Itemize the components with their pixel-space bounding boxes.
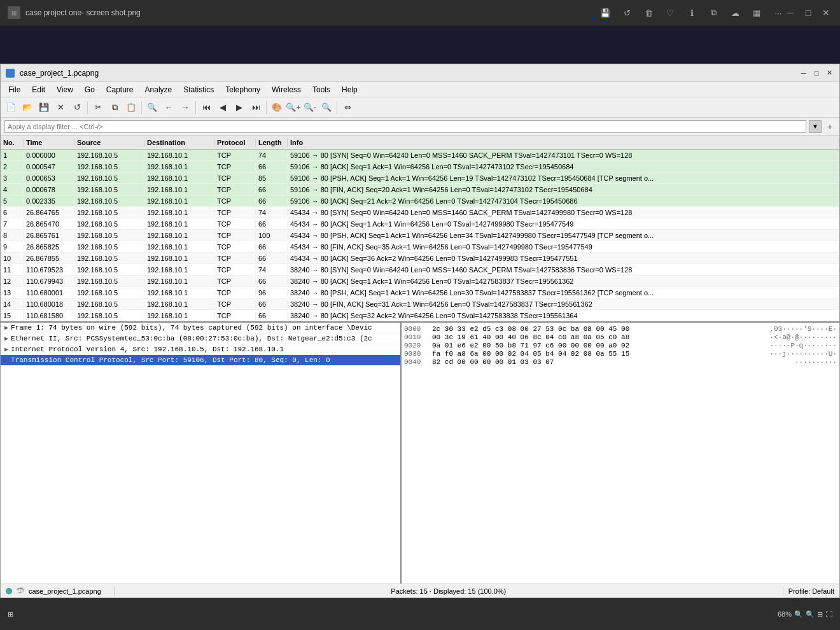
menu-view[interactable]: View xyxy=(52,84,78,95)
os-tool-delete[interactable]: 🗑 xyxy=(643,7,654,18)
ws-close-btn[interactable]: ✕ xyxy=(824,68,834,78)
os-tool-cloud[interactable]: ☁ xyxy=(729,7,741,18)
menu-edit[interactable]: Edit xyxy=(27,84,50,95)
table-row[interactable]: 11 110.679523 192.168.10.5 192.168.10.1 … xyxy=(1,264,839,276)
table-row[interactable]: 2 0.000547 192.168.10.5 192.168.10.1 TCP… xyxy=(1,161,839,172)
detail-row[interactable]: ▶ Transmission Control Protocol, Src Por… xyxy=(1,355,400,366)
menu-go[interactable]: Go xyxy=(80,84,100,95)
table-row[interactable]: 6 26.864765 192.168.10.5 192.168.10.1 TC… xyxy=(1,207,839,218)
table-row[interactable]: 14 110.680018 192.168.10.5 192.168.10.1 … xyxy=(1,298,839,310)
os-app-icon: ⊞ xyxy=(8,6,20,19)
status-shark-icon: 🦈 xyxy=(16,587,25,595)
os-maximize-btn[interactable]: □ xyxy=(802,6,815,19)
cell-protocol: TCP xyxy=(214,266,256,274)
toolbar-new-capture[interactable]: 📄 xyxy=(3,100,18,115)
desktop xyxy=(0,25,840,64)
status-sep1 xyxy=(114,587,115,596)
filter-add-btn[interactable]: + xyxy=(824,121,836,132)
hex-bytes: 00 3c 19 61 40 00 40 06 8c 04 c0 a8 0a 0… xyxy=(432,333,764,341)
view-icon[interactable]: ⊞ xyxy=(817,610,823,619)
os-tool-more[interactable]: ··· xyxy=(773,7,784,18)
filter-dropdown-btn[interactable]: ▼ xyxy=(809,120,822,133)
os-tool-copy[interactable]: ⧉ xyxy=(708,7,719,18)
toolbar-forward[interactable]: → xyxy=(178,100,193,115)
expand-icon[interactable]: ⛶ xyxy=(825,610,832,618)
toolbar-colorize[interactable]: 🎨 xyxy=(269,100,284,115)
table-row[interactable]: 10 26.867855 192.168.10.5 192.168.10.1 T… xyxy=(1,253,839,264)
toolbar-zoom-reset[interactable]: 🔍 xyxy=(319,100,334,115)
table-row[interactable]: 3 0.000653 192.168.10.5 192.168.10.1 TCP… xyxy=(1,172,839,184)
cell-protocol: TCP xyxy=(214,312,256,319)
os-tool-refresh[interactable]: ↺ xyxy=(621,7,633,18)
toolbar-close[interactable]: ✕ xyxy=(53,100,68,115)
toolbar-reload[interactable]: ↺ xyxy=(69,100,85,115)
toolbar-go-last[interactable]: ⏭ xyxy=(248,100,263,115)
os-bottom-bar: ⊞ 68% 🔍 🔍 ⊞ ⛶ xyxy=(0,598,840,630)
toolbar-zoom-out[interactable]: 🔍- xyxy=(302,100,318,115)
toolbar-sep2 xyxy=(141,101,142,114)
table-row[interactable]: 13 110.680001 192.168.10.5 192.168.10.1 … xyxy=(1,287,839,298)
table-row[interactable]: 12 110.679943 192.168.10.5 192.168.10.1 … xyxy=(1,276,839,287)
toolbar-back[interactable]: ← xyxy=(161,100,176,115)
menu-capture[interactable]: Capture xyxy=(101,84,139,95)
toolbar-resize-columns[interactable]: ⇔ xyxy=(340,100,355,115)
toolbar-find[interactable]: 🔍 xyxy=(144,100,160,115)
toolbar-open[interactable]: 📂 xyxy=(20,100,35,115)
status-sep2 xyxy=(783,587,783,596)
cell-protocol: TCP xyxy=(214,151,256,159)
ws-maximize-btn[interactable]: □ xyxy=(811,68,822,78)
menu-analyze[interactable]: Analyze xyxy=(140,84,178,95)
menu-statistics[interactable]: Statistics xyxy=(178,84,219,95)
zoom-in-icon[interactable]: 🔍 xyxy=(806,610,815,619)
toolbar-save[interactable]: 💾 xyxy=(36,100,52,115)
cell-protocol: TCP xyxy=(214,186,256,193)
cell-info: 59106 → 80 [ACK] Seq=1 Ack=1 Win=64256 L… xyxy=(288,163,839,171)
menu-telephony[interactable]: Telephony xyxy=(220,84,265,95)
os-tool-grid[interactable]: ▦ xyxy=(751,7,762,18)
menu-file[interactable]: File xyxy=(3,84,25,95)
detail-row[interactable]: ▶ Ethernet II, Src: PCSSystemtec_53:0c:b… xyxy=(1,333,400,344)
packet-detail-pane[interactable]: ▶ Frame 1: 74 bytes on wire (592 bits), … xyxy=(1,323,402,584)
os-zoom-controls: 68% 🔍 🔍 ⊞ ⛶ xyxy=(778,610,832,619)
toolbar-go-next[interactable]: ▶ xyxy=(232,100,247,115)
cell-time: 26.865470 xyxy=(24,220,74,228)
table-row[interactable]: 4 0.000678 192.168.10.5 192.168.10.1 TCP… xyxy=(1,184,839,195)
cell-length: 100 xyxy=(256,232,288,239)
os-close-btn[interactable]: ✕ xyxy=(820,6,832,19)
menu-help[interactable]: Help xyxy=(337,84,363,95)
table-row[interactable]: 8 26.865761 192.168.10.5 192.168.10.1 TC… xyxy=(1,230,839,241)
zoom-out-icon[interactable]: 🔍 xyxy=(794,610,803,619)
cell-info: 38240 → 80 [SYN] Seq=0 Win=64240 Len=0 M… xyxy=(288,266,839,274)
os-tool-info[interactable]: ℹ xyxy=(686,7,697,18)
cell-source: 192.168.10.5 xyxy=(74,300,144,308)
table-row[interactable]: 1 0.000000 192.168.10.5 192.168.10.1 TCP… xyxy=(1,150,839,161)
detail-row[interactable]: ▶ Internet Protocol Version 4, Src: 192.… xyxy=(1,344,400,355)
os-minimize-btn[interactable]: ─ xyxy=(784,6,797,19)
os-window-controls[interactable]: ─ □ ✕ xyxy=(784,6,832,19)
table-row[interactable]: 7 26.865470 192.168.10.5 192.168.10.1 TC… xyxy=(1,218,839,230)
ws-minimize-btn[interactable]: ─ xyxy=(799,68,809,78)
os-tool-save[interactable]: 💾 xyxy=(599,7,611,18)
table-row[interactable]: 15 110.681580 192.168.10.5 192.168.10.1 … xyxy=(1,310,839,321)
cell-source: 192.168.10.5 xyxy=(74,163,144,171)
table-row[interactable]: 9 26.865825 192.168.10.5 192.168.10.1 TC… xyxy=(1,241,839,253)
table-row[interactable]: 5 0.002335 192.168.10.5 192.168.10.1 TCP… xyxy=(1,195,839,207)
toolbar-cut[interactable]: ✂ xyxy=(90,100,106,115)
cell-protocol: TCP xyxy=(214,255,256,262)
cell-length: 66 xyxy=(256,312,288,319)
cell-protocol: TCP xyxy=(214,220,256,228)
toolbar-go-first[interactable]: ⏮ xyxy=(199,100,214,115)
menu-tools[interactable]: Tools xyxy=(307,84,335,95)
detail-row[interactable]: ▶ Frame 1: 74 bytes on wire (592 bits), … xyxy=(1,323,400,333)
cell-info: 38240 → 80 [ACK] Seq=1 Ack=1 Win=64256 L… xyxy=(288,277,839,285)
toolbar-go-prev[interactable]: ◀ xyxy=(215,100,230,115)
hex-offset: 0010 xyxy=(404,333,427,341)
filter-input[interactable] xyxy=(4,120,806,133)
menu-wireless[interactable]: Wireless xyxy=(267,84,306,95)
toolbar-zoom-in[interactable]: 🔍+ xyxy=(286,100,301,115)
ws-app-icon xyxy=(6,69,15,78)
toolbar-copy[interactable]: ⧉ xyxy=(107,100,122,115)
os-tool-heart[interactable]: ♡ xyxy=(664,7,676,18)
cell-length: 74 xyxy=(256,151,288,159)
toolbar-paste[interactable]: 📋 xyxy=(123,100,139,115)
